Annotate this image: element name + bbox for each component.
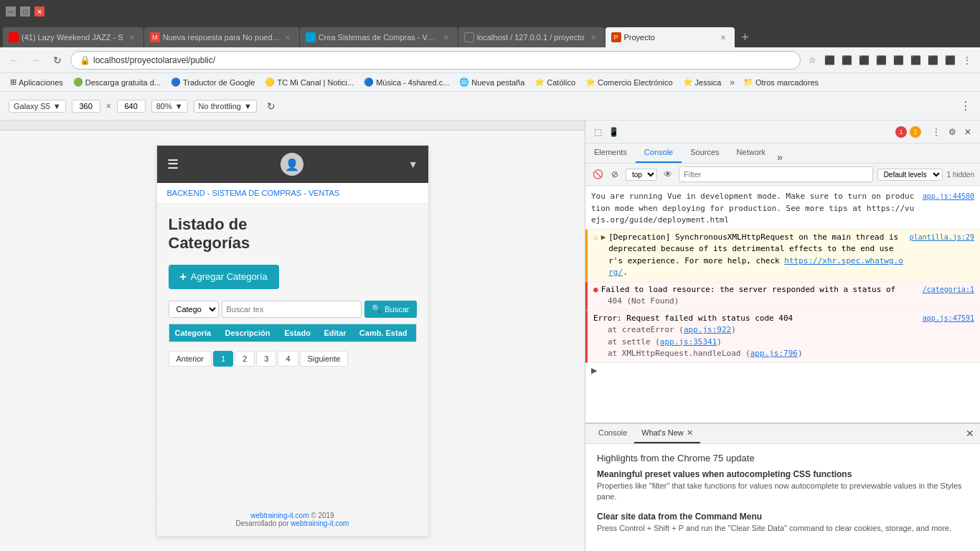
tab-console[interactable]: Console xyxy=(636,143,682,163)
bottom-expand-arrow[interactable]: ▶ xyxy=(591,366,597,375)
tab-close-yt[interactable]: ✕ xyxy=(126,32,138,43)
page-3-button[interactable]: 3 xyxy=(256,351,276,367)
extension-icon-1[interactable]: ⬛ xyxy=(822,53,837,67)
more-bookmarks[interactable]: » xyxy=(727,76,738,89)
width-input[interactable] xyxy=(72,100,100,113)
breadcrumb-text[interactable]: BACKEND - SISTEMA DE COMPRAS - VENTAS xyxy=(167,189,340,197)
console-filter-input[interactable] xyxy=(679,166,873,182)
address-bar: ← → ↻ 🔒 localhost/proyectolaravel/public… xyxy=(0,47,980,73)
bookmark-jessica[interactable]: ⭐ Jessica xyxy=(679,76,726,88)
tab-localhost[interactable]: L localhost / 127.0.0.1 / proyecto ✕ xyxy=(458,27,605,47)
device-mode-icon[interactable]: 📱 xyxy=(607,126,620,138)
next-page-button[interactable]: Siguiente xyxy=(300,351,349,367)
avatar[interactable]: 👤 xyxy=(281,153,303,176)
tab-close-proyecto[interactable]: ✕ xyxy=(717,32,729,43)
search-text-input[interactable] xyxy=(222,301,362,318)
toolbar-more-icon[interactable]: ⋮ xyxy=(960,99,971,113)
msg-source-1[interactable]: plantilla.js:29 xyxy=(910,232,974,242)
inspect-icon[interactable]: ⬚ xyxy=(591,126,604,138)
drawer-tab-console[interactable]: Console xyxy=(591,423,634,443)
devtools-close-icon[interactable]: ✕ xyxy=(961,126,974,138)
bookmark-catolico[interactable]: ⭐ Católico xyxy=(530,76,580,88)
search-button[interactable]: 🔍 Buscar xyxy=(364,301,416,318)
page-4-button[interactable]: 4 xyxy=(278,351,298,367)
bookmark-comercio[interactable]: ⭐ Comercio Electrónico xyxy=(581,76,677,88)
msg-source-0[interactable]: app.js:44580 xyxy=(923,191,974,202)
feature-title-0: Meaningful preset values when autocomple… xyxy=(597,469,969,479)
extension-icon-8[interactable]: ⬛ xyxy=(943,53,957,67)
tab-sources[interactable]: Sources xyxy=(682,143,727,163)
settle-link[interactable]: app.js:35341 xyxy=(660,337,717,347)
devtools-tabs-more-icon[interactable]: » xyxy=(777,151,783,163)
extension-icon-7[interactable]: ⬛ xyxy=(925,53,940,67)
tab-close-curso[interactable]: ✕ xyxy=(440,32,452,43)
tab-curso[interactable]: Crea Sistemas de Compras - Ve... ✕ xyxy=(300,27,458,47)
eye-icon[interactable]: 👁 xyxy=(661,168,674,181)
new-tab-button[interactable]: + xyxy=(735,27,755,47)
page-1-button[interactable]: 1 xyxy=(213,351,233,367)
tab-favicon-curso xyxy=(306,32,316,42)
throttle-select[interactable]: No throttling ▼ xyxy=(194,100,257,113)
reload-button[interactable]: ↻ xyxy=(49,52,66,69)
tab-proyecto[interactable]: P Proyecto ✕ xyxy=(606,27,735,47)
app-content: Listado de Categorías + Agregar Categorí… xyxy=(157,204,428,502)
height-input[interactable] xyxy=(117,100,146,113)
close-button[interactable]: ✕ xyxy=(34,6,44,17)
bookmark-icon[interactable]: ☆ xyxy=(805,53,819,67)
footer-site-link[interactable]: webtraining-it.com xyxy=(250,512,308,519)
rotate-button[interactable]: ↻ xyxy=(263,98,280,115)
add-category-button[interactable]: + Agregar Categoría xyxy=(169,265,279,289)
bookmark-apps[interactable]: ⊞ Aplicaciones xyxy=(6,76,67,88)
devtools-settings-icon[interactable]: ⚙ xyxy=(946,126,958,138)
xhr-spec-link[interactable]: https://xhr.spec.whatwg.org/ xyxy=(608,256,903,278)
bookmark-translate[interactable]: 🔵 Traductor de Google xyxy=(166,76,259,88)
extension-icon-6[interactable]: ⬛ xyxy=(908,53,923,67)
drawer-tab-whatsnew[interactable]: What's New ✕ xyxy=(634,423,699,443)
forward-button[interactable]: → xyxy=(27,52,44,69)
expand-arrow-1[interactable]: ▶ xyxy=(601,232,606,244)
zoom-select[interactable]: 80% ▼ xyxy=(151,100,188,113)
tab-gmail[interactable]: M Nueva respuesta para No pued... ✕ xyxy=(144,27,299,47)
col-estado: Estado xyxy=(278,324,318,342)
extension-icon-5[interactable]: ⬛ xyxy=(891,53,905,67)
tab-yt[interactable]: (41) Lazy Weekend JAZZ - S ✕ xyxy=(3,27,143,47)
console-clear-icon[interactable]: 🚫 xyxy=(591,168,604,181)
extension-icon-4[interactable]: ⬛ xyxy=(874,53,888,67)
footer-dev-link[interactable]: webtraining-it.com xyxy=(291,519,349,527)
console-filter-icon[interactable]: ⊘ xyxy=(608,168,621,181)
msg-source-2[interactable]: /categoria:1 xyxy=(923,284,974,295)
tab-network[interactable]: Network xyxy=(728,143,774,163)
back-button[interactable]: ← xyxy=(6,52,23,69)
msg-indent-3a: at createError (app.js:922) xyxy=(608,324,974,336)
bookmark-tc[interactable]: 🟡 TC Mi Canal | Notici... xyxy=(260,76,358,88)
tab-close-gmail[interactable]: ✕ xyxy=(282,32,293,43)
bookmark-descarga[interactable]: 🟢 Descarga gratuita d... xyxy=(69,76,165,88)
url-bar[interactable]: 🔒 localhost/proyectolaravel/public/ xyxy=(70,51,801,70)
minimize-button[interactable]: ─ xyxy=(6,6,16,17)
hamburger-menu-icon[interactable]: ☰ xyxy=(167,156,179,172)
more-tools-icon[interactable]: ⋮ xyxy=(960,53,974,67)
maximize-button[interactable]: □ xyxy=(20,6,30,17)
navbar-chevron-icon[interactable]: ▼ xyxy=(408,159,418,170)
bookmark-otros[interactable]: 📁 Otros marcadores xyxy=(739,76,823,88)
drawer-tab-close-icon[interactable]: ✕ xyxy=(687,428,693,438)
bookmark-newtab[interactable]: 🌐 Nueva pestaña xyxy=(455,76,529,88)
extension-icon-2[interactable]: ⬛ xyxy=(839,53,854,67)
extension-icon-3[interactable]: ⬛ xyxy=(857,53,871,67)
footer-dev-text: Desarrollado por xyxy=(236,519,289,527)
log-levels-select[interactable]: Default levels xyxy=(877,169,943,181)
devtools-more-icon[interactable]: ⋮ xyxy=(930,126,943,138)
tab-close-localhost[interactable]: ✕ xyxy=(588,32,599,43)
bookmark-music[interactable]: 🔵 Música - 4shared.c... xyxy=(359,76,453,88)
tab-label-gmail: Nueva respuesta para No pued... xyxy=(163,33,279,42)
prev-page-button[interactable]: Anterior xyxy=(169,351,212,367)
tab-elements[interactable]: Elements xyxy=(585,143,636,163)
msg-source-3[interactable]: app.js:47591 xyxy=(923,313,974,324)
handleload-link[interactable]: app.js:796 xyxy=(750,349,798,358)
device-select[interactable]: Galaxy S5 ▼ xyxy=(9,100,66,113)
create-error-link[interactable]: app.js:922 xyxy=(684,325,731,334)
console-context-select[interactable]: top xyxy=(626,169,657,181)
page-2-button[interactable]: 2 xyxy=(235,351,255,367)
search-category-select[interactable]: Catego xyxy=(169,301,219,318)
drawer-close-button[interactable]: ✕ xyxy=(966,428,974,439)
